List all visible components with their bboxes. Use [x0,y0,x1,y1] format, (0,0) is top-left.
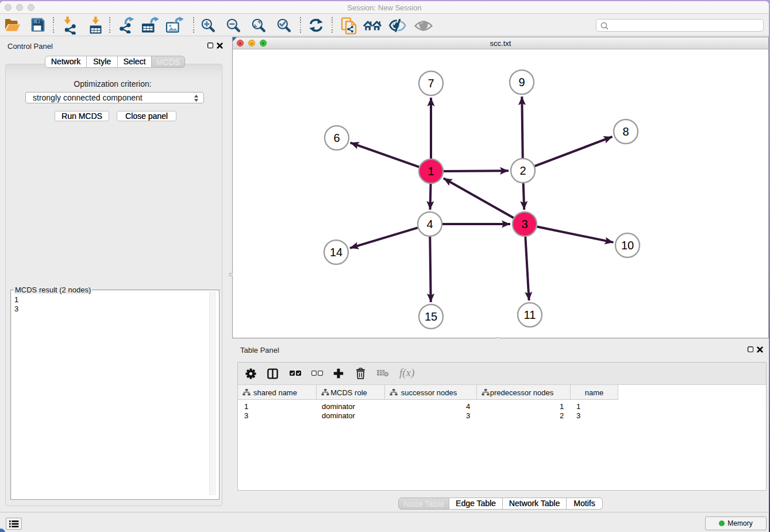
svg-text:8: 8 [622,125,629,138]
svg-text:3: 3 [521,218,528,230]
svg-text:14: 14 [330,246,342,259]
svg-text:2: 2 [519,164,526,177]
svg-text:6: 6 [333,132,340,144]
svg-text:10: 10 [621,239,634,252]
svg-text:9: 9 [518,76,525,88]
svg-text:7: 7 [428,77,434,90]
svg-text:4: 4 [426,218,433,230]
svg-text:15: 15 [425,310,437,323]
svg-text:1: 1 [428,165,434,178]
svg-text:11: 11 [524,309,536,321]
